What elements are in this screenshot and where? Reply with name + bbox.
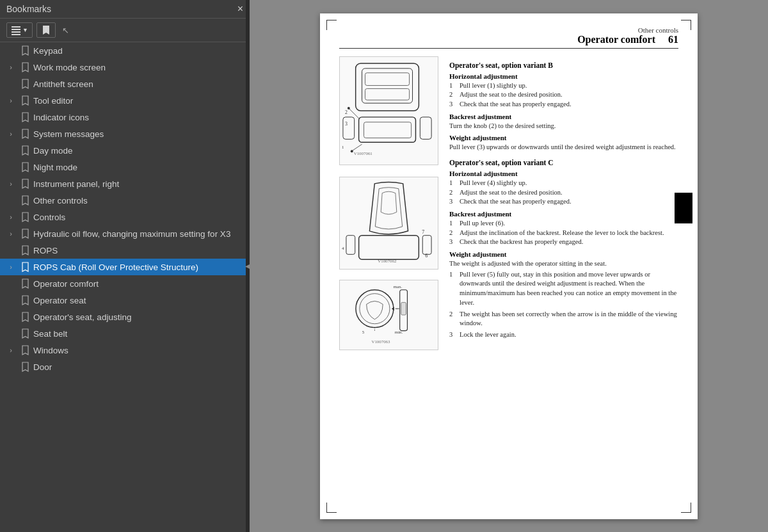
- seat-weight-diagram-container: max. min. 5 V1007063: [339, 280, 442, 350]
- svg-text:7: 7: [422, 229, 424, 234]
- bookmark-item-system-messages[interactable]: ›System messages: [0, 125, 250, 142]
- svg-text:max.: max.: [394, 284, 403, 288]
- list-item: 3Check that the seat has properly engage…: [449, 100, 678, 109]
- bookmark-item-instrument-panel-right[interactable]: ›Instrument panel, right: [0, 175, 250, 192]
- sidebar-toolbar: ▼ ↖: [0, 19, 250, 42]
- bookmark-label-indicator-icons: Indicator icons: [33, 113, 244, 122]
- bookmark-label-controls: Controls: [33, 213, 244, 222]
- bookmark-item-rops-cab[interactable]: ›ROPS Cab (Roll Over Protective Structur…: [0, 259, 250, 275]
- corner-mark-tl: [326, 20, 337, 30]
- bookmark-label-rops-cab: ROPS Cab (Roll Over Protective Structure…: [33, 262, 244, 272]
- seat-b-diagram-container: 2 3 V1007061 1: [339, 56, 442, 165]
- bookmark-icon-operators-seat-adjusting: [19, 312, 31, 322]
- bookmark-item-seat-belt[interactable]: Seat belt: [0, 325, 250, 342]
- bookmark-item-other-controls[interactable]: Other controls: [0, 192, 250, 209]
- bookmark-label-seat-belt: Seat belt: [33, 329, 244, 339]
- variant-b-heading: Operator's seat, option variant B: [449, 61, 678, 69]
- page-header: Other controls Operator comfort 61: [339, 26, 678, 49]
- svg-text:4: 4: [342, 246, 344, 250]
- bookmark-item-tool-editor[interactable]: ›Tool editor: [0, 92, 250, 109]
- bookmark-item-hydraulic-oil-flow[interactable]: ›Hydraulic oil flow, changing maximum se…: [0, 225, 250, 242]
- seat-c-diagram: 7 4 V1007062 6: [339, 177, 438, 270]
- bookmark-label-work-mode-screen: Work mode screen: [33, 63, 244, 72]
- list-item: 3Check that the seat has properly engage…: [449, 197, 678, 207]
- horiz-adj-c-list: 1Pull lever (4) slightly up. 2Adjust the…: [449, 179, 678, 207]
- bookmark-item-operator-seat[interactable]: Operator seat: [0, 292, 250, 309]
- bookmark-item-work-mode-screen[interactable]: ›Work mode screen: [0, 59, 250, 76]
- list-item: 1Pull lever (1) slightly up.: [449, 81, 678, 91]
- bookmark-icon-system-messages: [19, 129, 31, 139]
- seat-c-diagram-container: 7 4 V1007062 6: [339, 177, 442, 270]
- bookmark-label-windows: Windows: [33, 346, 244, 355]
- bookmark-label-day-mode: Day mode: [33, 146, 244, 156]
- bookmark-item-antitheft-screen[interactable]: Antitheft screen: [0, 76, 250, 92]
- text-column: Operator's seat, option variant B Horizo…: [449, 56, 678, 350]
- bookmark-label-antitheft-screen: Antitheft screen: [33, 79, 244, 89]
- bookmark-item-rops[interactable]: ROPS: [0, 242, 250, 259]
- bookmark-label-instrument-panel-right: Instrument panel, right: [33, 179, 244, 189]
- bookmark-icon-antitheft-screen: [19, 79, 31, 89]
- svg-text:V1007063: V1007063: [372, 339, 391, 344]
- svg-text:5: 5: [362, 330, 365, 334]
- bookmark-icon-night-mode: [19, 162, 31, 172]
- sidebar-title: Bookmarks: [6, 4, 51, 14]
- bookmark-item-operators-seat-adjusting[interactable]: Operator's seat, adjusting: [0, 309, 250, 325]
- list-item: 2Adjust the seat to the desired position…: [449, 90, 678, 100]
- svg-text:min.: min.: [395, 330, 403, 334]
- bookmark-icon-hydraulic-oil-flow: [19, 229, 31, 239]
- bookmark-icon-day-mode: [19, 145, 31, 156]
- corner-mark-br: [681, 503, 691, 513]
- bookmark-list-view-button[interactable]: ▼: [6, 22, 33, 38]
- svg-marker-32: [392, 307, 394, 310]
- svg-text:V1007061: V1007061: [354, 151, 373, 156]
- bookmark-icon-work-mode-screen: [19, 62, 31, 72]
- bookmark-item-day-mode[interactable]: Day mode: [0, 142, 250, 159]
- seat-b-svg: 2 3 V1007061 1: [340, 57, 438, 165]
- expand-arrow-instrument-panel-right: ›: [5, 180, 17, 188]
- svg-rect-11: [420, 117, 431, 139]
- sidebar-close-button[interactable]: ×: [237, 4, 243, 14]
- svg-rect-7: [365, 88, 409, 100]
- main-content: Other controls Operator comfort 61: [250, 0, 768, 532]
- seat-c-svg: 7 4 V1007062 6: [340, 177, 438, 269]
- horiz-adj-c-heading: Horizontal adjustment: [449, 170, 678, 177]
- bookmark-icon-controls: [19, 212, 31, 222]
- weight-adj-b-text: Pull lever (3) upwards or downwards unti…: [449, 143, 678, 152]
- seat-weight-svg: max. min. 5 V1007063: [340, 280, 438, 350]
- bookmark-icon-tool-editor: [19, 95, 31, 106]
- bookmark-label-door: Door: [33, 362, 244, 372]
- weight-adj-b-heading: Weight adjustment: [449, 134, 678, 141]
- expand-arrow-work-mode-screen: ›: [5, 63, 17, 71]
- svg-text:3: 3: [345, 120, 348, 126]
- svg-rect-9: [364, 122, 412, 138]
- bookmark-item-indicator-icons[interactable]: Indicator icons: [0, 109, 250, 125]
- list-item: 2The weight has been set correctly when …: [449, 310, 678, 328]
- bookmark-label-operators-seat-adjusting: Operator's seat, adjusting: [33, 312, 244, 322]
- bookmark-item-keypad[interactable]: Keypad: [0, 42, 250, 59]
- expand-arrow-system-messages: ›: [5, 130, 17, 138]
- bookmark-label-night-mode: Night mode: [33, 163, 244, 172]
- bookmark-item-controls[interactable]: ›Controls: [0, 209, 250, 225]
- bookmark-icon-rops-cab: [19, 262, 31, 272]
- bookmark-item-operator-comfort[interactable]: Operator comfort: [0, 275, 250, 292]
- svg-text:1: 1: [342, 145, 344, 149]
- svg-rect-3: [12, 34, 20, 35]
- expand-arrow-hydraulic-oil-flow: ›: [5, 230, 17, 238]
- bookmark-item-night-mode[interactable]: Night mode: [0, 159, 250, 175]
- bookmark-list: Keypad›Work mode screenAntitheft screen›…: [0, 42, 250, 532]
- bookmark-icon-rops: [19, 245, 31, 255]
- expand-arrow-controls: ›: [5, 213, 17, 221]
- sidebar-header: Bookmarks ×: [0, 0, 250, 19]
- bookmark-jump-button[interactable]: [36, 22, 56, 38]
- bookmark-icon-other-controls: [19, 195, 31, 206]
- variant-c-heading: Operator's seat, option variant C: [449, 159, 678, 166]
- bookmark-item-windows[interactable]: ›Windows: [0, 342, 250, 359]
- bookmark-icon-door: [19, 362, 31, 372]
- list-item: 3Lock the lever again.: [449, 330, 678, 340]
- backrest-adj-c-heading: Backrest adjustment: [449, 210, 678, 218]
- corner-mark-bl: [326, 503, 337, 513]
- list-item: 2Adjust the seat to the desired position…: [449, 188, 678, 198]
- bookmark-item-door[interactable]: Door: [0, 359, 250, 375]
- bookmark-icon-keypad: [19, 45, 31, 56]
- weight-adj-c-intro: The weight is adjusted with the operator…: [449, 259, 678, 269]
